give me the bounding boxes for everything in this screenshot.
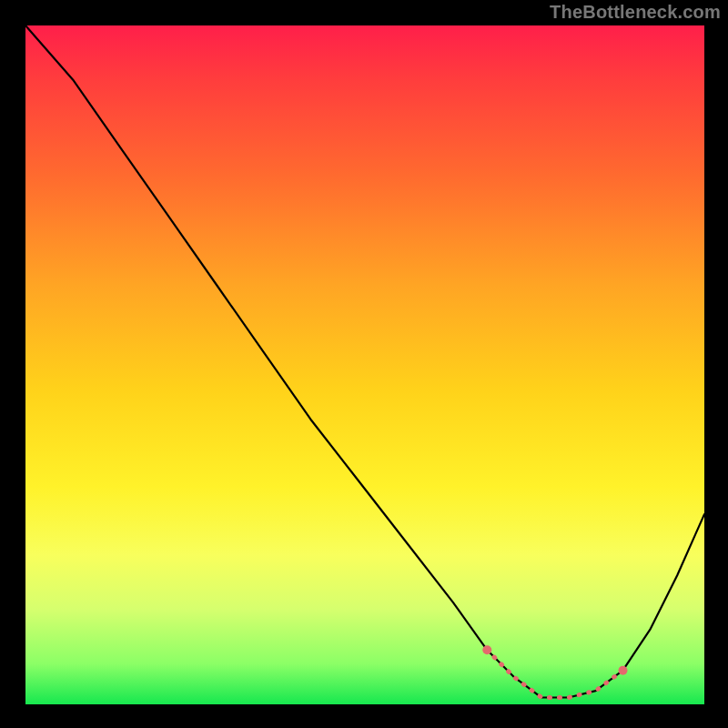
bottleneck-curve xyxy=(25,25,704,698)
optimal-range-endpoints xyxy=(482,645,627,674)
chart-frame: TheBottleneck.com xyxy=(0,0,728,728)
highlight-endpoint xyxy=(619,666,628,675)
plot-area xyxy=(25,25,704,704)
highlight-endpoint xyxy=(482,645,491,654)
chart-svg xyxy=(25,25,704,704)
optimal-range-highlight xyxy=(487,650,622,697)
watermark-text: TheBottleneck.com xyxy=(550,2,721,23)
